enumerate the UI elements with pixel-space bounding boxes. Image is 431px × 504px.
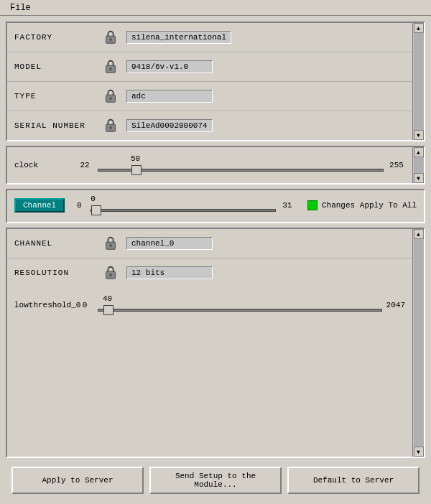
menu-file[interactable]: File — [4, 1, 37, 14]
clock-panel-content: clock 22 50 255 — [7, 147, 412, 183]
lowthreshold-slider-container: 40 — [98, 294, 382, 316]
lowthreshold-slider[interactable] — [98, 304, 382, 316]
factory-panel-content: FACTORY silena_international MODEL — [7, 23, 412, 140]
lowthreshold-label: lowthreshold_0 — [14, 301, 72, 309]
field-value: adc — [126, 90, 213, 103]
lock-icon — [101, 116, 121, 136]
lock-icon — [101, 27, 121, 47]
default-to-server-button[interactable]: Default to Server — [287, 467, 420, 494]
channel-min: 0 — [70, 201, 88, 210]
changes-apply-section: Changes Apply To All — [307, 200, 417, 210]
field-label: FACTORY — [14, 33, 101, 42]
factory-scrollbar[interactable]: ▲ ▼ — [412, 23, 424, 140]
field-value: SileAd0002000074 — [126, 119, 213, 132]
lowthreshold-min: 0 — [76, 301, 93, 309]
svg-rect-14 — [110, 246, 111, 248]
apply-to-server-button[interactable]: Apply to Server — [11, 467, 144, 494]
changes-apply-label: Changes Apply To All — [322, 201, 417, 210]
channel-max: 31 — [279, 201, 296, 210]
field-value: channel_0 — [126, 237, 213, 250]
channel-value-top: 0 — [91, 195, 276, 203]
clock-label: clock — [14, 161, 72, 169]
channel-button[interactable]: Channel — [14, 198, 65, 213]
factory-field-row: SERIAL NUMBER SileAd0002000074 — [7, 111, 412, 140]
channel-slider[interactable] — [91, 205, 276, 216]
field-label: TYPE — [14, 92, 101, 101]
field-value: 12 bits — [126, 266, 213, 279]
clock-scroll-up[interactable]: ▲ — [414, 147, 424, 157]
clock-min: 22 — [76, 161, 93, 169]
menubar: File — [0, 0, 431, 16]
channel-detail-content: CHANNEL channel_0 RESOLUTION — [7, 229, 412, 323]
factory-field-row: TYPE adc — [7, 82, 412, 111]
clock-panel: clock 22 50 255 ▲ ▼ — [6, 146, 425, 185]
scroll-up-btn[interactable]: ▲ — [414, 23, 424, 33]
field-value: 9418/6v-v1.0 — [126, 60, 213, 73]
field-label: MODEL — [14, 62, 101, 71]
svg-rect-8 — [110, 98, 111, 101]
lock-icon — [101, 57, 121, 77]
channel-value-wrap: 0 — [91, 195, 276, 216]
lowthreshold-row: lowthreshold_0 0 40 2047 — [14, 294, 405, 316]
channel-detail-panel: CHANNEL channel_0 RESOLUTION — [6, 228, 425, 458]
svg-rect-5 — [110, 69, 111, 71]
factory-field-row: MODEL 9418/6v-v1.0 — [7, 52, 412, 82]
svg-rect-17 — [110, 275, 111, 277]
channel-detail-scrollbar[interactable]: ▲ ▼ — [412, 229, 424, 457]
channel-section: Channel 0 0 31 Changes Apply To All — [7, 190, 424, 222]
clock-slider-container: 50 — [98, 154, 384, 176]
clock-scroll-track — [414, 157, 424, 173]
clock-value-label: 50 — [131, 154, 140, 163]
ch-detail-scroll-track — [414, 239, 424, 447]
main-content: FACTORY silena_international MODEL — [0, 16, 431, 504]
bottom-bar: Apply to Server Send Setup to the Module… — [6, 462, 425, 498]
field-value: silena_international — [126, 31, 231, 44]
field-label: SERIAL NUMBER — [14, 121, 101, 130]
clock-slider[interactable] — [98, 164, 384, 176]
clock-slider-row: clock 22 50 255 — [14, 154, 405, 176]
ch-detail-scroll-down[interactable]: ▼ — [414, 447, 424, 457]
clock-scrollbar[interactable]: ▲ ▼ — [412, 147, 424, 183]
lock-icon — [101, 86, 121, 106]
scroll-track — [414, 33, 424, 130]
factory-field-row: FACTORY silena_international — [7, 23, 412, 52]
clock-max: 255 — [388, 161, 405, 169]
ch-detail-scroll-up[interactable]: ▲ — [414, 229, 424, 239]
channel-slider-wrap: 0 0 31 — [70, 195, 296, 216]
scroll-down-btn[interactable]: ▼ — [414, 130, 424, 140]
svg-rect-11 — [110, 128, 111, 130]
factory-panel: FACTORY silena_international MODEL — [6, 22, 425, 141]
field-label: RESOLUTION — [14, 269, 101, 277]
send-setup-button[interactable]: Send Setup to the Module... — [149, 467, 282, 494]
lowthreshold-section: lowthreshold_0 0 40 2047 — [7, 287, 412, 323]
lock-icon — [101, 233, 121, 253]
channel-field-row: RESOLUTION 12 bits — [7, 258, 412, 287]
lowthreshold-max: 2047 — [386, 301, 405, 309]
lowthreshold-value-label: 40 — [103, 294, 112, 303]
lock-icon — [101, 263, 121, 283]
svg-rect-2 — [110, 39, 111, 42]
channel-field-row: CHANNEL channel_0 — [7, 229, 412, 258]
green-indicator — [307, 200, 318, 210]
channel-selector-panel: Channel 0 0 31 Changes Apply To All — [6, 189, 425, 223]
clock-scroll-down[interactable]: ▼ — [414, 173, 424, 183]
field-label: CHANNEL — [14, 239, 101, 248]
